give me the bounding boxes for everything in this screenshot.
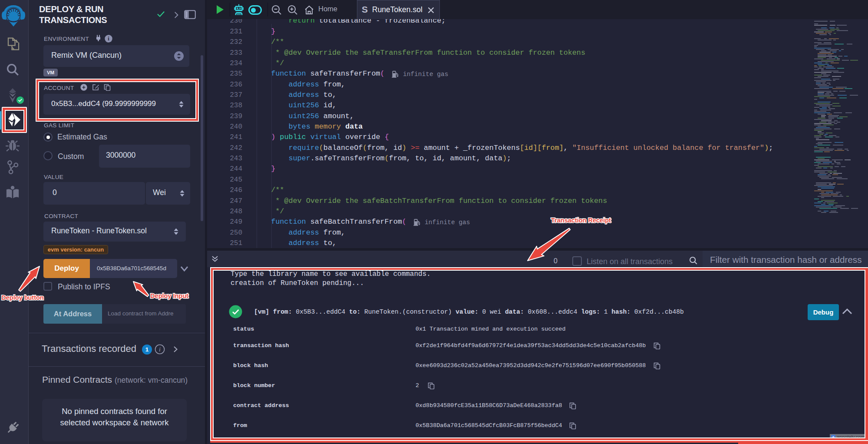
svg-text:i: i (159, 346, 161, 353)
svg-text:i: i (108, 36, 109, 42)
